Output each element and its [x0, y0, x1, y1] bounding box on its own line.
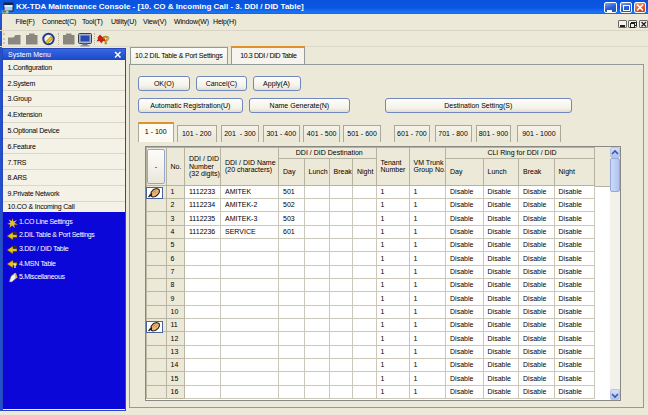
svg-text:?: ? — [103, 34, 110, 46]
